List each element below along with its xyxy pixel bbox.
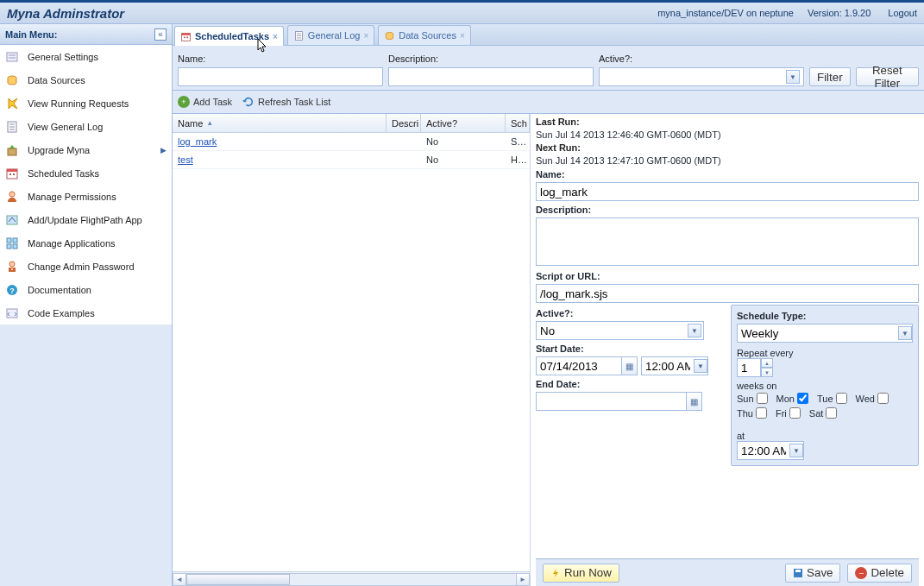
table-row[interactable]: testNoHou (173, 151, 530, 169)
day-checkbox[interactable] (836, 393, 847, 404)
day-sun[interactable]: Sun (737, 393, 768, 404)
filter-desc-input[interactable] (388, 67, 594, 86)
sidebar: Main Menu: « General SettingsData Source… (0, 24, 173, 586)
delete-button[interactable]: – Delete (847, 564, 912, 583)
sidebar-item-running[interactable]: View Running Requests (0, 91, 172, 115)
permissions-icon (5, 190, 19, 204)
day-checkbox[interactable] (826, 407, 837, 419)
sidebar-item-docs[interactable]: ?Documentation (0, 278, 172, 301)
day-tue[interactable]: Tue (817, 393, 847, 404)
name-input[interactable] (536, 182, 919, 201)
day-fri[interactable]: Fri (776, 407, 801, 419)
chevron-down-icon[interactable]: ▼ (898, 326, 912, 340)
sidebar-item-label: Scheduled Tasks (28, 168, 99, 179)
sidebar-item-label: Change Admin Password (28, 261, 135, 272)
tab-general-log[interactable]: General Log× (287, 25, 374, 45)
chevron-down-icon[interactable]: ▼ (688, 324, 701, 337)
chevron-right-icon: ▶ (160, 146, 167, 154)
day-checkbox[interactable] (756, 407, 767, 419)
add-task-button[interactable]: + Add Task (178, 96, 232, 108)
flightpath-icon (5, 213, 19, 227)
repeat-spinner[interactable]: ▲▼ (737, 358, 773, 377)
tabbar: ScheduledTasks×General Log×Data Sources× (173, 24, 924, 46)
filter-bar: Name: Description: Active?: ▼ Filter Res… (173, 46, 924, 91)
sidebar-item-upgrade[interactable]: Upgrade Myna▶ (0, 138, 172, 161)
svg-text:?: ? (9, 287, 15, 295)
start-date-input[interactable]: ▦ (536, 356, 638, 375)
day-thu[interactable]: Thu (737, 407, 767, 419)
close-icon[interactable]: × (363, 31, 368, 41)
scroll-left-icon[interactable]: ◄ (173, 573, 186, 586)
delete-icon: – (855, 567, 867, 579)
sidebar-item-log[interactable]: View General Log (0, 115, 172, 138)
day-wed[interactable]: Wed (856, 393, 889, 404)
horizontal-scrollbar[interactable]: ◄ ► (173, 571, 530, 586)
scroll-right-icon[interactable]: ► (516, 573, 530, 586)
refresh-icon (242, 96, 255, 108)
svg-rect-18 (7, 244, 11, 249)
tab-data-sources[interactable]: Data Sources× (378, 25, 471, 45)
sidebar-item-permissions[interactable]: Manage Permissions (0, 185, 172, 208)
filter-name-input[interactable] (178, 67, 383, 86)
calendar-icon[interactable]: ▦ (687, 392, 702, 411)
col-active[interactable]: Active? (421, 114, 506, 132)
script-input[interactable] (536, 284, 919, 303)
spinner-down-icon[interactable]: ▼ (761, 368, 773, 377)
task-link[interactable]: test (178, 154, 193, 165)
schedule-type-combo[interactable]: ▼ (737, 324, 913, 343)
day-checkbox[interactable] (789, 407, 801, 419)
close-icon[interactable]: × (273, 32, 278, 41)
refresh-button[interactable]: Refresh Task List (242, 96, 330, 108)
tab-scheduledtasks[interactable]: ScheduledTasks× (174, 26, 284, 46)
sidebar-item-flightpath[interactable]: Add/Update FlightPath App (0, 208, 172, 231)
save-button[interactable]: Save (785, 564, 840, 583)
run-now-button[interactable]: Run Now (543, 564, 619, 583)
sidebar-item-password[interactable]: Change Admin Password (0, 255, 172, 278)
sidebar-title: Main Menu: (5, 29, 58, 40)
logout-button[interactable]: Logout (884, 8, 917, 18)
close-icon[interactable]: × (460, 31, 465, 41)
task-grid: Name Descri Active? Sch log_markNoSimtes… (173, 114, 531, 586)
collapse-sidebar-button[interactable]: « (154, 28, 167, 41)
sidebar-item-label: General Settings (28, 52, 98, 62)
desc-field-label: Description: (536, 205, 919, 215)
chevron-down-icon[interactable]: ▼ (786, 70, 800, 84)
day-checkbox[interactable] (757, 393, 768, 404)
sidebar-item-settings[interactable]: General Settings (0, 45, 172, 68)
desc-textarea[interactable] (536, 217, 919, 266)
filter-button[interactable]: Filter (809, 67, 851, 86)
day-checkbox[interactable] (877, 393, 889, 404)
task-link[interactable]: log_mark (178, 136, 217, 147)
sidebar-item-examples[interactable]: Code Examples (0, 301, 172, 325)
log-icon (293, 30, 305, 41)
day-mon[interactable]: Mon (776, 393, 808, 404)
filter-active-combo[interactable]: ▼ (599, 67, 804, 86)
svg-rect-27 (182, 33, 191, 35)
sidebar-item-schedule[interactable]: Scheduled Tasks (0, 161, 172, 185)
sidebar-item-datasource[interactable]: Data Sources (0, 68, 172, 91)
schedule-type-label: Schedule Type: (737, 311, 913, 321)
spinner-up-icon[interactable]: ▲ (761, 358, 773, 368)
sidebar-item-label: Manage Permissions (28, 192, 116, 202)
reset-filter-button[interactable]: Reset Filter (856, 67, 919, 86)
weeks-on-label: weeks on (737, 381, 913, 391)
day-checkbox[interactable] (797, 393, 808, 404)
upgrade-icon (5, 143, 19, 157)
sidebar-item-apps[interactable]: Manage Applications (0, 231, 172, 255)
active-combo[interactable]: ▼ (536, 321, 704, 340)
calendar-icon[interactable]: ▦ (622, 356, 638, 375)
scroll-thumb[interactable] (186, 574, 290, 585)
at-time-combo[interactable]: ▼ (737, 441, 804, 460)
chevron-down-icon[interactable]: ▼ (694, 359, 707, 373)
start-time-combo[interactable]: ▼ (641, 356, 708, 375)
col-name[interactable]: Name (173, 114, 387, 132)
chevron-down-icon[interactable]: ▼ (789, 444, 803, 457)
end-date-input[interactable]: ▦ (536, 392, 702, 411)
tab-label: Data Sources (399, 30, 456, 41)
day-sat[interactable]: Sat (809, 407, 838, 419)
detail-footer: Run Now Save – Delete (536, 558, 919, 586)
col-sched[interactable]: Sch (506, 114, 530, 132)
col-desc[interactable]: Descri (387, 114, 421, 132)
end-date-label: End Date: (536, 379, 724, 389)
table-row[interactable]: log_markNoSim (173, 133, 530, 151)
